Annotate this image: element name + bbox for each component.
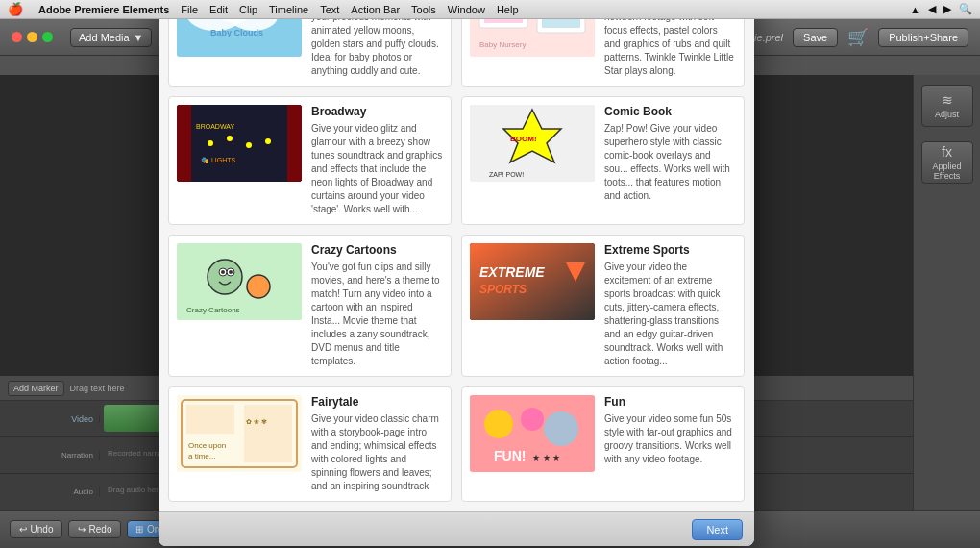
theme-fairytale[interactable]: Once upon a time... ✿ ❀ ✾ Fairytale Give… <box>168 386 452 502</box>
theme-info-crazy-cartoons: Crazy Cartoons You've got fun clips and … <box>311 243 443 368</box>
svg-point-30 <box>247 275 270 298</box>
svg-text:a time...: a time... <box>188 452 215 461</box>
menu-clip[interactable]: Clip <box>239 4 257 15</box>
redo-icon: ↪ <box>78 524 86 535</box>
apple-menu[interactable]: 🍎 <box>8 2 23 16</box>
menu-file[interactable]: File <box>181 4 198 15</box>
svg-text:Crazy Cartoons: Crazy Cartoons <box>186 306 240 314</box>
theme-desc-fairytale: Give your video classic charm with a sto… <box>311 412 443 493</box>
right-panel: ≋ Adjust fx Applied Effects <box>913 75 980 510</box>
svg-text:Baby Clouds: Baby Clouds <box>210 28 263 37</box>
add-marker-button[interactable]: Add Marker <box>8 381 64 396</box>
svg-rect-12 <box>177 105 191 182</box>
theme-desc-extreme-sports: Give your video the excitement of an ext… <box>604 261 736 368</box>
redo-button[interactable]: ↪ Redo <box>68 520 121 538</box>
theme-desc-crazy-cartoons: You've got fun clips and silly movies, a… <box>311 261 443 368</box>
svg-text:SPORTS: SPORTS <box>479 283 527 296</box>
narration-track-label: Narration <box>4 451 100 460</box>
menubar-icon-2[interactable]: ◀ <box>928 3 936 15</box>
svg-text:✿ ❀ ✾: ✿ ❀ ✾ <box>246 418 267 425</box>
menu-timeline[interactable]: Timeline <box>269 4 308 15</box>
next-button[interactable]: Next <box>692 519 743 540</box>
theme-desc-fun: Give your video some fun 50s style with … <box>604 412 736 466</box>
svg-rect-33 <box>470 243 595 320</box>
svg-point-16 <box>227 136 233 141</box>
video-track-label: Video <box>4 414 100 424</box>
theme-thumb-fun: FUN! ★ ★ ★ <box>470 395 595 472</box>
svg-point-47 <box>544 411 578 446</box>
theme-thumb-fairytale: Once upon a time... ✿ ❀ ✾ <box>177 395 302 472</box>
svg-point-45 <box>484 410 513 438</box>
svg-text:ZAP! POW!: ZAP! POW! <box>489 171 524 178</box>
menu-action-bar[interactable]: Action Bar <box>351 4 400 15</box>
adjust-icon: ≋ <box>942 92 953 108</box>
svg-text:BOOM!: BOOM! <box>510 135 537 143</box>
undo-button[interactable]: ↩ Undo <box>10 520 62 538</box>
svg-point-18 <box>265 138 271 144</box>
theme-thumb-comic-book: BOOM! ZAP! POW! <box>470 105 595 182</box>
effects-button[interactable]: fx Applied Effects <box>921 141 973 184</box>
adjust-button[interactable]: ≋ Adjust <box>921 85 973 127</box>
theme-broadway[interactable]: BROADWAY 🎭 LIGHTS Broadway Give your vid… <box>168 96 452 225</box>
theme-thumb-extreme-sports: EXTREME SPORTS <box>470 243 595 320</box>
svg-rect-39 <box>186 405 234 434</box>
theme-info-comic-book: Comic Book Zap! Pow! Give your video sup… <box>604 105 736 216</box>
svg-text:FUN!: FUN! <box>494 448 526 463</box>
theme-comic-book[interactable]: BOOM! ZAP! POW! Comic Book Zap! Pow! Giv… <box>461 96 745 225</box>
theme-info-extreme-sports: Extreme Sports Give your video the excit… <box>604 243 736 368</box>
theme-name-fairytale: Fairytale <box>311 395 443 409</box>
menu-window[interactable]: Window <box>448 4 485 15</box>
save-button[interactable]: Save <box>793 28 838 47</box>
theme-fun[interactable]: FUN! ★ ★ ★ Fun Give your video some fun … <box>461 386 745 502</box>
svg-rect-13 <box>287 105 302 182</box>
app-chrome: Add Media ▼ instant_movie.prel Save 🛒 Pu… <box>0 19 980 548</box>
undo-icon: ↩ <box>19 524 27 535</box>
theme-extreme-sports[interactable]: EXTREME SPORTS Extreme Sports Give your … <box>461 235 745 377</box>
theme-info-fun: Fun Give your video some fun 50s style w… <box>604 395 736 493</box>
svg-point-25 <box>208 260 242 294</box>
menubar-icon-3[interactable]: ▶ <box>943 3 951 15</box>
audio-hint: Drag audio here <box>108 486 162 494</box>
close-button[interactable] <box>12 32 22 42</box>
svg-text:🎭 LIGHTS: 🎭 LIGHTS <box>201 156 236 164</box>
theme-crazy-cartoons[interactable]: Crazy Cartoons Crazy Cartoons You've got… <box>168 235 452 377</box>
publish-share-button[interactable]: Publish+Share <box>878 28 968 47</box>
organizer-icon: ⊞ <box>135 524 143 535</box>
search-icon[interactable]: 🔍 <box>959 3 972 15</box>
menu-help[interactable]: Help <box>497 4 519 15</box>
theme-name-broadway: Broadway <box>311 105 443 118</box>
svg-point-17 <box>246 142 252 148</box>
menu-tools[interactable]: Tools <box>411 4 436 15</box>
audio-track-label: Audio <box>4 487 100 496</box>
choose-theme-modal: Choose a movie theme ◀◀ Style ▼ ▶▶ <box>159 0 754 546</box>
svg-text:Once upon: Once upon <box>188 441 226 450</box>
adjust-label: Adjust <box>935 110 959 119</box>
svg-point-29 <box>229 270 233 274</box>
themes-grid: Baby Clouds Baby Clouds Create a photo m… <box>159 0 754 511</box>
redo-label: Redo <box>89 524 112 535</box>
theme-info-fairytale: Fairytale Give your video classic charm … <box>311 395 443 493</box>
svg-rect-11 <box>177 105 302 182</box>
theme-name-crazy-cartoons: Crazy Cartoons <box>311 243 443 257</box>
minimize-button[interactable] <box>27 32 37 42</box>
menu-bar: 🍎 Adobe Premiere Elements File Edit Clip… <box>0 0 980 19</box>
theme-name-fun: Fun <box>604 395 736 409</box>
menubar-icon-1[interactable]: ▲ <box>910 4 920 15</box>
svg-point-28 <box>221 270 225 274</box>
svg-text:BROADWAY: BROADWAY <box>196 123 234 130</box>
svg-text:Baby Nursery: Baby Nursery <box>479 40 526 49</box>
svg-point-15 <box>208 140 213 146</box>
modal-overlay: Choose a movie theme ◀◀ Style ▼ ▶▶ <box>0 75 913 375</box>
app-name: Adobe Premiere Elements <box>38 4 169 15</box>
drag-hint: Drag text here <box>70 384 125 393</box>
main-area: Choose a movie theme ◀◀ Style ▼ ▶▶ <box>0 75 913 375</box>
theme-thumb-crazy-cartoons: Crazy Cartoons <box>177 243 302 320</box>
menu-edit[interactable]: Edit <box>209 4 228 15</box>
undo-label: Undo <box>31 524 54 535</box>
effects-icon: fx <box>942 144 952 160</box>
menu-text[interactable]: Text <box>320 4 339 15</box>
theme-desc-comic-book: Zap! Pow! Give your video superhero styl… <box>604 122 736 203</box>
maximize-button[interactable] <box>42 32 53 42</box>
svg-point-46 <box>521 408 544 431</box>
add-media-button[interactable]: Add Media ▼ <box>70 28 152 47</box>
